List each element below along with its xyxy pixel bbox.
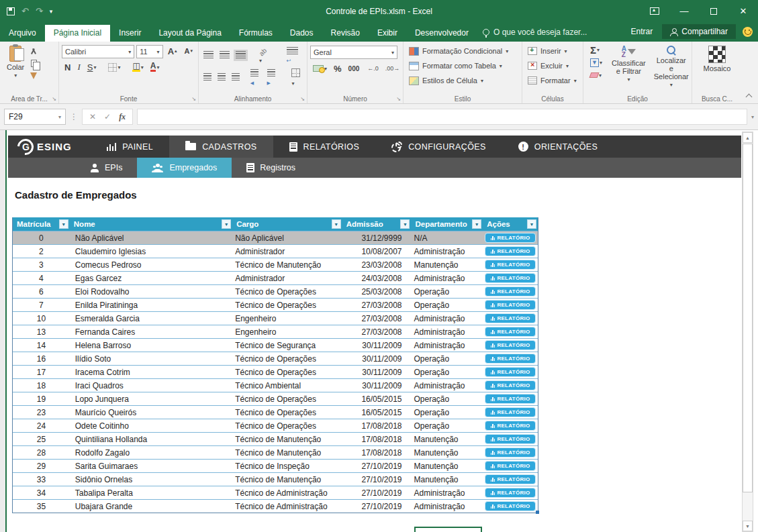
borders-button[interactable]: ▾ (105, 61, 123, 73)
table-row[interactable]: 34 Tabalipa Peralta Técnico de Administr… (13, 486, 538, 499)
comma-style-button[interactable]: 000 (346, 62, 363, 74)
close-button[interactable]: ✕ (728, 0, 758, 22)
scroll-down-icon[interactable]: ▼ (743, 521, 753, 531)
bold-button[interactable]: N (62, 61, 73, 73)
cell-styles-button[interactable]: Estilos de Célula▾ (409, 73, 519, 88)
vertical-scrollbar[interactable]: ▲ ▼ (742, 131, 753, 532)
table-row[interactable]: 14 Helena Barroso Técnico de Segurança 3… (13, 338, 538, 352)
accounting-format-button[interactable]: ▾ (310, 62, 330, 74)
font-name-combo[interactable]: Calibri▾ (62, 45, 134, 58)
align-right-button[interactable] (230, 72, 242, 83)
table-row[interactable]: 35 Ubajara Grande Técnico de Administraç… (13, 499, 538, 513)
align-top-button[interactable] (201, 50, 216, 61)
relatorio-button[interactable]: RELATÓRIO (485, 313, 536, 323)
percent-style-button[interactable]: % (331, 62, 344, 74)
nav-tab-orientacoes[interactable]: ! ORIENTAÇÕES (502, 136, 614, 158)
table-row[interactable]: 18 Iraci Quadros Técnico Ambiental 30/11… (13, 378, 538, 392)
tab-layout-da-pagina[interactable]: Layout da Página (150, 25, 230, 42)
relatorio-button[interactable]: RELATÓRIO (485, 474, 536, 484)
delete-cells-button[interactable]: Excluir▾ (528, 58, 580, 73)
underline-button[interactable]: S▾ (85, 61, 99, 73)
redo-icon[interactable]: ↷ (36, 6, 43, 16)
table-row[interactable]: 25 Quintiliana Hollanda Técnico de Manut… (13, 432, 538, 445)
minimize-button[interactable]: — (669, 0, 699, 22)
filter-dropdown-icon[interactable]: ▼ (527, 219, 536, 229)
font-size-combo[interactable]: 11▾ (136, 45, 162, 58)
tab-desenvolvedor[interactable]: Desenvolvedor (406, 25, 477, 42)
dialog-launcher-icon[interactable]: ↘ (52, 96, 56, 102)
feedback-smiley-icon[interactable] (743, 27, 753, 37)
table-row[interactable]: 17 Iracema Cotrim Técnico de Operações 3… (13, 365, 538, 378)
insert-function-icon[interactable]: fx (119, 112, 126, 122)
tab-pagina-inicial[interactable]: Página Inicial (45, 25, 110, 42)
copy-button[interactable] (28, 58, 39, 68)
find-select-button[interactable]: Localizar e Selecionar ▾ (650, 44, 693, 90)
cut-button[interactable] (28, 46, 39, 56)
relatorio-button[interactable]: RELATÓRIO (485, 367, 536, 377)
tell-me-search[interactable]: O que você deseja fazer... (483, 28, 587, 42)
mosaic-button[interactable]: Mosaico (695, 44, 739, 74)
subtab-empregados[interactable]: Empregados (137, 158, 232, 178)
filter-dropdown-icon[interactable]: ▼ (222, 219, 231, 229)
nav-tab-relatorios[interactable]: RELATÓRIOS (273, 136, 376, 158)
relatorio-button[interactable]: RELATÓRIO (485, 260, 536, 270)
relatorio-button[interactable]: RELATÓRIO (485, 340, 536, 350)
tab-exibir[interactable]: Exibir (369, 25, 406, 42)
tab-arquivo[interactable]: Arquivo (0, 25, 45, 42)
active-cell-outline[interactable] (414, 527, 482, 532)
dialog-launcher-icon[interactable]: ↘ (191, 96, 196, 102)
table-row[interactable]: 29 Sarita Guimaraes Técnico de Inspeção … (13, 459, 538, 472)
share-button[interactable]: Compartilhar (662, 24, 736, 39)
tab-dados[interactable]: Dados (281, 25, 322, 42)
name-box[interactable]: F29 ▾ (4, 109, 66, 125)
tab-revisao[interactable]: Revisão (322, 25, 369, 42)
fill-button[interactable]: ▼▾ (587, 56, 605, 68)
relatorio-button[interactable]: RELATÓRIO (485, 407, 536, 417)
clear-button[interactable]: ▾ (587, 69, 605, 81)
relatorio-button[interactable]: RELATÓRIO (485, 394, 536, 404)
relatorio-button[interactable]: RELATÓRIO (485, 246, 536, 256)
decrease-decimal-button[interactable]: .00→ (383, 62, 403, 74)
table-row[interactable]: 33 Sidônio Ornelas Técnico de Manutenção… (13, 472, 538, 486)
filter-dropdown-icon[interactable]: ▼ (400, 219, 410, 229)
relatorio-button[interactable]: RELATÓRIO (485, 488, 536, 498)
dialog-launcher-icon[interactable]: ↘ (300, 96, 305, 102)
table-row[interactable]: 0 Não Aplicável Não Aplicável 31/12/9999… (13, 231, 538, 244)
table-row[interactable]: 4 Egas Garcez Administrador 24/03/2008 A… (13, 271, 538, 284)
table-row[interactable]: 28 Rodolfo Zagalo Técnico de Manutenção … (13, 445, 538, 459)
relatorio-button[interactable]: RELATÓRIO (485, 233, 536, 243)
table-row[interactable]: 13 Fernanda Caires Engenheiro 27/03/2008… (13, 325, 538, 338)
increase-decimal-button[interactable]: ←.0 (365, 62, 381, 74)
format-as-table-button[interactable]: Formatar como Tabela▾ (409, 58, 519, 73)
relatorio-button[interactable]: RELATÓRIO (485, 300, 536, 310)
table-row[interactable]: 23 Maurício Queirós Técnico de Operações… (13, 405, 538, 419)
align-left-button[interactable] (201, 72, 214, 83)
collapse-ribbon-icon[interactable] (746, 94, 753, 101)
filter-dropdown-icon[interactable]: ▼ (472, 219, 481, 229)
scrollbar-thumb[interactable] (743, 144, 753, 492)
fill-color-button[interactable]: ◫▾ (130, 61, 146, 73)
insert-cells-button[interactable]: Inserir▾ (528, 44, 580, 58)
decrease-indent-button[interactable]: ◀ (248, 68, 263, 87)
undo-icon[interactable]: ↶ (21, 6, 29, 16)
font-color-button[interactable]: A▾ (148, 61, 162, 73)
table-row[interactable]: 19 Lopo Junquera Técnico de Operações 16… (13, 392, 538, 405)
nav-tab-painel[interactable]: PAINEL (91, 136, 169, 158)
table-row[interactable]: 7 Enilda Piratininga Técnico de Operaçõe… (13, 298, 538, 311)
table-resize-handle[interactable] (536, 511, 539, 514)
table-row[interactable]: 6 Eloi Rodovalho Técnico de Operações 25… (13, 284, 538, 298)
ribbon-display-options-button[interactable] (640, 0, 669, 22)
expand-formula-bar-icon[interactable]: ▾ (751, 114, 754, 120)
sign-in-button[interactable]: Entrar (624, 24, 660, 39)
wrap-text-button[interactable]: ↩ (285, 46, 304, 65)
autosum-button[interactable]: Σ▾ (587, 44, 605, 56)
scroll-up-icon[interactable]: ▲ (743, 132, 753, 143)
relatorio-button[interactable]: RELATÓRIO (485, 421, 536, 431)
relatorio-button[interactable]: RELATÓRIO (485, 501, 536, 511)
table-row[interactable]: 10 Esmeralda Garcia Engenheiro 27/03/200… (13, 311, 538, 325)
relatorio-button[interactable]: RELATÓRIO (485, 327, 536, 337)
filter-dropdown-icon[interactable]: ▼ (332, 219, 341, 229)
relatorio-button[interactable]: RELATÓRIO (485, 461, 536, 471)
nav-tab-cadastros[interactable]: CADASTROS (169, 136, 273, 158)
conditional-formatting-button[interactable]: Formatação Condicional▾ (409, 44, 519, 58)
